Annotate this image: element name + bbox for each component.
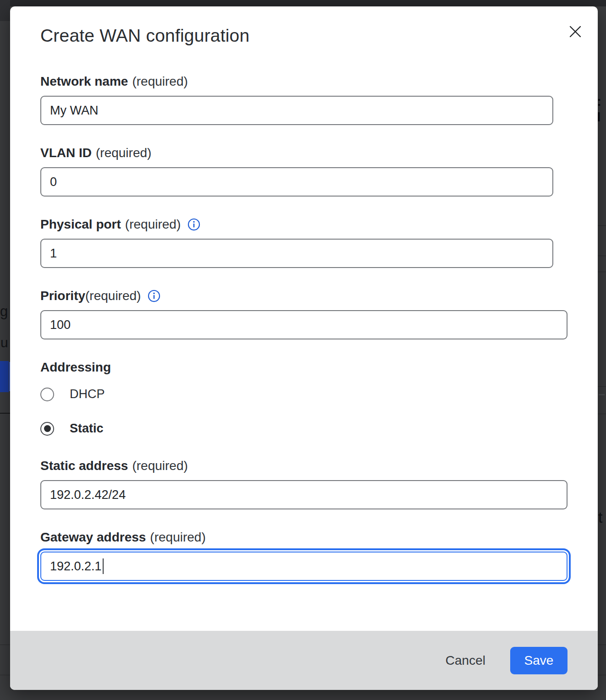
field-label-text: Gateway address xyxy=(40,530,146,545)
input-value: 192.0.2.1 xyxy=(50,559,102,574)
background-divider xyxy=(598,386,606,387)
static-address-group: Static address (required) 192.0.2.42/24 xyxy=(40,459,567,509)
field-label-text: Network name xyxy=(40,74,128,89)
field-label-text: VLAN ID xyxy=(40,146,92,160)
network-name-label: Network name (required) xyxy=(40,74,567,89)
background-text-fragment xyxy=(599,394,605,395)
background-button-fragment xyxy=(0,361,9,392)
background-text-fragment: u xyxy=(0,336,8,350)
network-name-group: Network name (required) My WAN xyxy=(40,74,567,125)
input-value: 192.0.2.42/24 xyxy=(50,488,126,502)
radio-dhcp-label: DHCP xyxy=(70,387,105,401)
addressing-section: Addressing DHCP Static xyxy=(40,360,567,436)
static-address-label: Static address (required) xyxy=(40,459,567,473)
vlan-id-input[interactable]: 0 xyxy=(40,167,553,197)
required-hint: (required) xyxy=(125,217,181,232)
background-text-fragment: g xyxy=(0,304,8,318)
gateway-address-input[interactable]: 192.0.2.1 xyxy=(40,552,567,581)
dialog-title: Create WAN configuration xyxy=(40,26,567,46)
addressing-heading: Addressing xyxy=(40,360,567,375)
radio-option-static[interactable]: Static xyxy=(40,421,567,436)
gateway-address-group: Gateway address (required) 192.0.2.1 xyxy=(40,530,567,581)
priority-group: Priority (required) 100 xyxy=(40,289,567,339)
required-hint: (required) xyxy=(150,530,205,545)
radio-static-label: Static xyxy=(70,421,104,436)
field-label-text: Physical port xyxy=(40,217,121,232)
background-text-fragment: : I xyxy=(597,93,606,125)
priority-label: Priority (required) xyxy=(40,289,567,303)
required-hint: (required) xyxy=(132,74,187,89)
text-cursor xyxy=(103,558,104,574)
radio-static-icon[interactable] xyxy=(40,422,54,436)
field-label-text: Priority xyxy=(40,289,85,303)
field-label-text: Static address xyxy=(40,459,128,473)
physical-port-input[interactable]: 1 xyxy=(40,239,553,268)
required-hint: (required) xyxy=(96,146,151,160)
info-icon[interactable] xyxy=(148,290,160,302)
physical-port-group: Physical port (required) 1 xyxy=(40,217,567,268)
cancel-button[interactable]: Cancel xyxy=(444,650,487,672)
network-name-input[interactable]: My WAN xyxy=(40,96,553,125)
input-value: 100 xyxy=(50,318,71,332)
required-hint: (required) xyxy=(85,289,141,303)
vlan-id-group: VLAN ID (required) 0 xyxy=(40,146,567,197)
gateway-address-label: Gateway address (required) xyxy=(40,530,567,545)
radio-dhcp-icon[interactable] xyxy=(40,388,54,401)
create-wan-dialog: Create WAN configuration Network name (r… xyxy=(10,6,598,690)
input-value: 1 xyxy=(50,246,57,261)
background-divider xyxy=(598,414,606,414)
radio-option-dhcp[interactable]: DHCP xyxy=(40,387,567,401)
input-value: 0 xyxy=(50,175,57,189)
vlan-id-label: VLAN ID (required) xyxy=(40,146,567,160)
info-icon[interactable] xyxy=(187,218,200,231)
background-top-strip xyxy=(0,0,606,6)
background-divider xyxy=(598,256,606,256)
priority-input[interactable]: 100 xyxy=(40,310,567,339)
background-text-fragment: t xyxy=(598,509,602,526)
save-button[interactable]: Save xyxy=(510,647,567,674)
input-value: My WAN xyxy=(50,104,98,118)
required-hint: (required) xyxy=(132,459,187,473)
physical-port-label: Physical port (required) xyxy=(40,217,567,232)
static-address-input[interactable]: 192.0.2.42/24 xyxy=(40,480,567,509)
background-divider xyxy=(598,225,606,226)
background-divider xyxy=(598,272,606,272)
dialog-footer: Cancel Save xyxy=(10,631,598,690)
background-topleft-block xyxy=(0,0,10,21)
background-divider xyxy=(0,413,10,414)
